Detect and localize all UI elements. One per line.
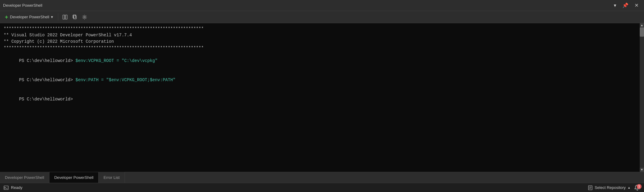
- scroll-up-arrow[interactable]: ▲: [640, 23, 644, 27]
- dropdown-button[interactable]: ▾: [611, 2, 619, 9]
- svg-rect-6: [4, 186, 8, 190]
- scroll-down-arrow[interactable]: ▼: [640, 168, 644, 172]
- scrollbar-track[interactable]: [640, 27, 644, 168]
- svg-rect-1: [65, 15, 67, 19]
- select-repo-arrow-icon: ▲: [628, 186, 631, 189]
- info-line-2: ** Copyright (c) 2022 Microsoft Corporat…: [4, 38, 636, 45]
- split-icon: [63, 15, 67, 20]
- status-right: Select Repository ▲ 1: [588, 185, 640, 191]
- settings-button[interactable]: [80, 13, 89, 21]
- toolbar: + Developer PowerShell ▾: [0, 11, 644, 23]
- shell-dropdown-icon: ▾: [51, 15, 53, 19]
- window-title: Developer PowerShell: [3, 3, 42, 8]
- prompt-cmd-2: $env:PATH = "$env:VCPKG_ROOT;$env:PATH": [75, 78, 175, 82]
- tab-developer-powershell-2[interactable]: Developer PowerShell: [49, 172, 99, 183]
- add-icon: +: [5, 14, 8, 20]
- terminal-content[interactable]: ****************************************…: [0, 23, 640, 172]
- shell-label: Developer PowerShell: [10, 15, 49, 19]
- status-bar: Ready Select Repository ▲ 1: [0, 183, 644, 192]
- prompt-line-1: PS C:\dev\helloworld> $env:VCPKG_ROOT = …: [4, 51, 636, 71]
- prompt-prefix-1: PS C:\dev\helloworld>: [19, 58, 75, 63]
- split-terminal-button[interactable]: [61, 13, 69, 21]
- tab-label-2: Developer PowerShell: [54, 175, 94, 180]
- pin-button[interactable]: 📌: [620, 2, 631, 9]
- status-ready-label: Ready: [11, 185, 23, 190]
- scrollbar[interactable]: ▲ ▼: [640, 23, 644, 172]
- stars-line-1: ****************************************…: [4, 26, 636, 32]
- svg-rect-0: [63, 15, 65, 19]
- terminal-wrapper: ****************************************…: [0, 23, 644, 172]
- svg-rect-2: [74, 16, 76, 19]
- select-repository-button[interactable]: Select Repository ▲: [588, 185, 631, 190]
- title-bar-right: ▾ 📌 ✕: [611, 2, 641, 9]
- prompt-line-2: PS C:\dev\helloworld> $env:PATH = "$env:…: [4, 71, 636, 90]
- prompt-prefix-2: PS C:\dev\helloworld>: [19, 78, 75, 82]
- select-repo-label: Select Repository: [595, 185, 626, 190]
- prompt-line-3: PS C:\dev\helloworld>: [4, 90, 636, 109]
- gear-icon: [82, 15, 87, 20]
- repository-icon: [588, 185, 593, 190]
- prompt-cmd-1: $env:VCPKG_ROOT = "C:\dev\vcpkg": [75, 58, 157, 63]
- stars-line-2: ****************************************…: [4, 45, 636, 51]
- copy-icon: [72, 15, 77, 20]
- tab-bar: Developer PowerShell Developer PowerShel…: [0, 172, 644, 183]
- info-line-1: ** Visual Studio 2022 Developer PowerShe…: [4, 32, 636, 38]
- svg-point-5: [84, 16, 85, 18]
- tab-developer-powershell-1[interactable]: Developer PowerShell: [0, 172, 49, 183]
- terminal-icon: [4, 185, 9, 190]
- close-button[interactable]: ✕: [632, 2, 641, 9]
- prompt-prefix-3: PS C:\dev\helloworld>: [19, 97, 75, 102]
- notification-badge: 1: [637, 184, 642, 189]
- scrollbar-thumb[interactable]: [640, 27, 644, 37]
- tab-error-list[interactable]: Error List: [99, 172, 125, 183]
- title-bar: Developer PowerShell ▾ 📌 ✕: [0, 0, 644, 11]
- status-left: Ready: [4, 185, 23, 190]
- notification-button[interactable]: 1: [634, 185, 640, 191]
- title-bar-left: Developer PowerShell: [3, 3, 42, 8]
- add-shell-button[interactable]: + Developer PowerShell ▾: [2, 13, 56, 21]
- toolbar-divider: [58, 13, 58, 21]
- tab-label-3: Error List: [103, 175, 120, 180]
- copy-button[interactable]: [71, 13, 79, 21]
- tab-label-1: Developer PowerShell: [5, 175, 44, 180]
